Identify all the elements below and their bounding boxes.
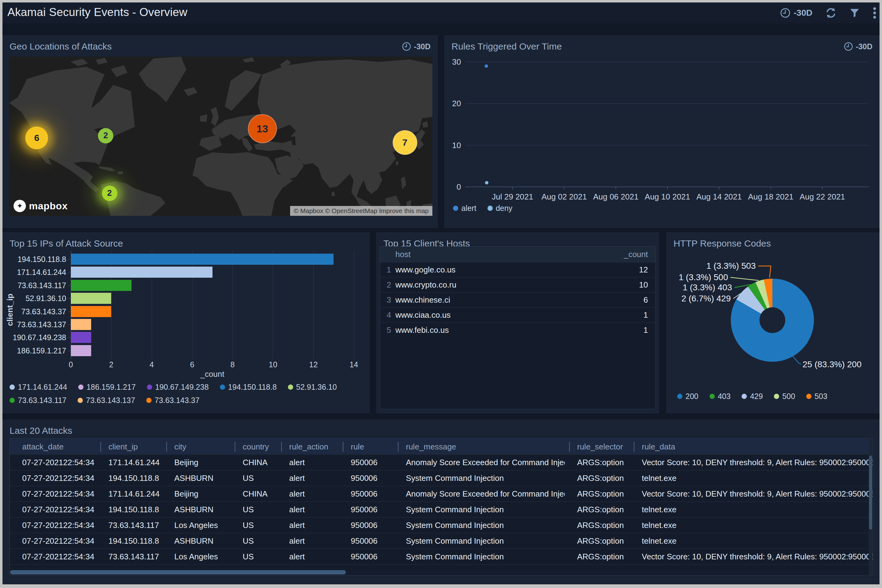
column-header-rule_data[interactable]: rule_data bbox=[630, 439, 873, 455]
column-header-rule[interactable]: rule bbox=[338, 439, 394, 455]
cell-rule_selector: ARGS:option bbox=[565, 486, 630, 501]
cell-rule_selector: ARGS:option bbox=[565, 502, 630, 517]
bar[interactable] bbox=[71, 267, 212, 278]
table-row[interactable]: 07-27-202122:54:34171.14.61.244BeijingCH… bbox=[10, 486, 869, 502]
bar[interactable] bbox=[71, 345, 91, 356]
bar[interactable] bbox=[71, 306, 111, 317]
rules-chart[interactable]: 0102030Jul 29 2021Aug 02 2021Aug 06 2021… bbox=[445, 36, 879, 202]
world-map[interactable]: 622137 ✦ mapbox © Mapbox © OpenStreetMap… bbox=[9, 57, 433, 216]
legend-item[interactable]: 73.63.143.37 bbox=[146, 396, 200, 405]
legend-item[interactable]: 73.63.143.137 bbox=[78, 396, 135, 405]
legend-label: 52.91.36.10 bbox=[296, 382, 337, 392]
table-row[interactable]: 4www.ciaa.co.us1 bbox=[380, 307, 655, 322]
column-header-rule_message[interactable]: rule_message bbox=[394, 439, 565, 455]
legend-item[interactable]: 52.91.36.10 bbox=[288, 382, 337, 392]
table-row[interactable]: 07-27-202122:54:34194.150.118.8ASHBURNUS… bbox=[10, 533, 869, 549]
legend-label: 73.63.143.37 bbox=[155, 396, 200, 405]
rules-legend: alertdeny bbox=[453, 204, 512, 213]
legend-dot bbox=[78, 384, 83, 390]
table-row[interactable]: 3www.chinese.ci6 bbox=[380, 292, 655, 307]
column-header-country[interactable]: country bbox=[230, 439, 277, 455]
map-bubble[interactable]: 2 bbox=[102, 186, 117, 201]
panel-title: HTTP Response Codes bbox=[673, 238, 771, 249]
legend-item[interactable]: 429 bbox=[742, 392, 763, 401]
column-header-label: rule_data bbox=[642, 442, 675, 452]
x-tick-label: 0 bbox=[69, 360, 73, 369]
column-header-attack_date[interactable]: attack_date bbox=[10, 439, 96, 455]
column-header-rule_action[interactable]: rule_action bbox=[277, 439, 338, 455]
column-header-label: country bbox=[243, 442, 269, 452]
horizontal-scrollbar-thumb[interactable] bbox=[10, 570, 346, 574]
table-row[interactable]: 1www.gogle.co.us12 bbox=[380, 262, 655, 277]
column-header-label: rule bbox=[351, 442, 364, 452]
table-row[interactable]: 07-27-202122:54:34171.14.61.244BeijingCH… bbox=[10, 455, 869, 470]
table-row[interactable]: 2www.crypto.co.ru10 bbox=[380, 277, 655, 292]
legend-item[interactable]: 500 bbox=[774, 392, 795, 401]
bar[interactable] bbox=[71, 319, 91, 330]
row-count: 12 bbox=[618, 265, 655, 274]
bar-chart-x-ticks: 02468101214 bbox=[3, 360, 370, 369]
legend-item[interactable]: 190.67.149.238 bbox=[147, 382, 209, 392]
refresh-icon[interactable] bbox=[825, 8, 837, 18]
table-row[interactable]: 07-27-202122:54:34194.150.118.8ASHBURNUS… bbox=[10, 502, 869, 518]
legend-label: 403 bbox=[718, 392, 731, 401]
more-menu-icon[interactable] bbox=[873, 7, 876, 19]
time-range-label: -30D bbox=[793, 8, 812, 18]
row-host: www.febi.co.us bbox=[391, 326, 618, 335]
cell-rule: 950006 bbox=[338, 502, 394, 517]
cell-country: US bbox=[230, 470, 277, 486]
time-range-control[interactable]: -30D bbox=[780, 8, 812, 18]
legend-item[interactable]: 194.150.118.8 bbox=[220, 382, 277, 392]
legend-item[interactable]: 503 bbox=[806, 392, 828, 401]
bar[interactable] bbox=[71, 280, 132, 291]
map-attribution[interactable]: © Mapbox © OpenStreetMap Improve this ma… bbox=[290, 206, 433, 216]
map-bubble[interactable]: 13 bbox=[248, 114, 277, 143]
legend-item[interactable]: 403 bbox=[709, 392, 731, 401]
table-row[interactable]: 07-27-202122:54:3473.63.143.117Los Angel… bbox=[10, 549, 869, 565]
bar[interactable] bbox=[71, 332, 91, 343]
column-header-city[interactable]: city bbox=[162, 439, 230, 455]
legend-dot bbox=[453, 206, 458, 211]
map-bubble[interactable]: 2 bbox=[98, 128, 113, 144]
legend-label: 429 bbox=[750, 392, 763, 401]
legend-dot bbox=[742, 394, 747, 399]
data-point-alert[interactable] bbox=[485, 64, 488, 68]
legend-dot bbox=[487, 206, 493, 211]
vertical-scrollbar-thumb[interactable] bbox=[869, 456, 872, 530]
data-point-deny[interactable] bbox=[485, 181, 488, 184]
bar[interactable] bbox=[71, 293, 111, 304]
table-row[interactable]: 07-27-202122:54:3473.63.143.117Los Angel… bbox=[10, 518, 869, 533]
clock-icon bbox=[402, 42, 411, 51]
bar[interactable] bbox=[71, 254, 334, 265]
world-map-svg bbox=[9, 57, 433, 216]
legend-item[interactable]: deny bbox=[487, 204, 512, 213]
legend-item[interactable]: 171.14.61.244 bbox=[9, 382, 67, 392]
x-tick-label: Aug 14 2021 bbox=[696, 192, 742, 201]
legend-item[interactable]: alert bbox=[453, 204, 476, 213]
panel-top-hosts: Top 15 Client's Hosts host_count1www.gog… bbox=[376, 232, 659, 413]
legend-label: 500 bbox=[782, 392, 795, 401]
donut-chart[interactable] bbox=[731, 279, 814, 362]
hosts-table: host_count1www.gogle.co.us122www.crypto.… bbox=[380, 246, 656, 409]
legend-item[interactable]: 200 bbox=[677, 392, 699, 401]
map-bubble[interactable]: 6 bbox=[25, 126, 48, 149]
cell-rule_selector: ARGS:option bbox=[565, 455, 630, 470]
table-row[interactable]: 5www.febi.co.us1 bbox=[380, 322, 655, 338]
donut-callout-label: 1 (3.3%) 503 bbox=[706, 261, 756, 271]
legend-label: 190.67.149.238 bbox=[155, 382, 209, 392]
mapbox-logo[interactable]: ✦ mapbox bbox=[14, 200, 68, 212]
filter-icon[interactable] bbox=[849, 8, 860, 18]
column-header-client_ip[interactable]: client_ip bbox=[96, 439, 162, 455]
panel-title: Geo Locations of Attacks bbox=[9, 41, 112, 52]
table-row[interactable]: 07-27-202122:54:34194.150.118.8ASHBURNUS… bbox=[10, 470, 869, 486]
cell-city: ASHBURN bbox=[162, 533, 230, 549]
legend-item[interactable]: 186.159.1.217 bbox=[78, 382, 136, 392]
map-bubble[interactable]: 7 bbox=[393, 130, 417, 155]
vertical-scrollbar[interactable] bbox=[869, 439, 873, 575]
column-header-rule_selector[interactable]: rule_selector bbox=[565, 439, 630, 455]
legend-item[interactable]: 73.63.143.117 bbox=[9, 396, 66, 405]
y-tick-label: 30 bbox=[452, 57, 461, 66]
column-separator bbox=[398, 442, 398, 452]
panel-http-codes: HTTP Response Codes 25 (83.3%) 2002 (6.7… bbox=[666, 232, 879, 413]
horizontal-scrollbar[interactable] bbox=[9, 570, 873, 574]
